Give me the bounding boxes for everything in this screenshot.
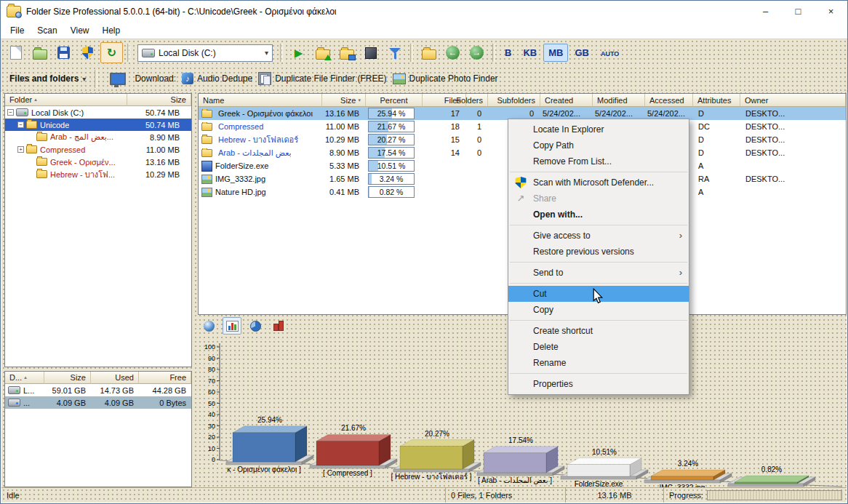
col-header-size[interactable]: Size▾ (322, 94, 366, 107)
duplicate-file-icon (258, 72, 271, 85)
start-scan-button[interactable]: ▶ (287, 42, 310, 63)
admin-button[interactable] (76, 42, 99, 63)
menu-help[interactable]: Help (96, 24, 127, 37)
sphere-chart-view-button[interactable] (199, 317, 218, 335)
menu-separator (510, 225, 687, 225)
percent-value: 17.54 % (369, 148, 414, 158)
file-attributes: RA (693, 175, 740, 183)
menu-item-restore-previous-versions[interactable]: Restore previous versions (508, 244, 689, 260)
view-mode-dropdown[interactable]: Files and folders ▾ (9, 73, 86, 84)
menu-item-delete[interactable]: Delete (508, 339, 689, 355)
back-button[interactable]: ← (441, 42, 464, 63)
new-button[interactable] (4, 42, 27, 63)
scan-network-button[interactable] (335, 42, 358, 63)
drive-row[interactable]: ... 4.09 GB 4.09 GB 0 Bytes (5, 396, 191, 409)
col-header-folders[interactable]: Folders (466, 94, 488, 107)
tree-item-label: Local Disk (C:) (31, 108, 84, 117)
minimize-button[interactable]: – (749, 1, 782, 23)
drives-header-drive[interactable]: D... ▴ (5, 372, 44, 384)
menu-item-copy[interactable]: Copy (508, 302, 689, 318)
open-button[interactable] (28, 42, 51, 63)
menu-view[interactable]: View (64, 24, 96, 37)
col-header-name[interactable]: Name (199, 94, 322, 107)
unit-mb-button[interactable]: MB (543, 44, 568, 62)
tree-item-hebrew[interactable]: Hebrew - บางโฟ... 10.29 MB (5, 168, 191, 180)
unit-auto-button[interactable]: AUTO (596, 44, 624, 61)
unit-gb-button[interactable]: GB (569, 44, 594, 62)
collapse-icon[interactable]: − (7, 109, 14, 116)
col-header-created[interactable]: Created (540, 94, 593, 107)
scan-folder-button[interactable] (311, 42, 334, 63)
bar3d-chart-view-button[interactable] (269, 317, 288, 335)
svg-text:40: 40 (208, 411, 215, 418)
sort-asc-icon: ▴ (34, 97, 37, 103)
menu-item-remove-from-list[interactable]: Remove From List... (508, 153, 689, 169)
refresh-button[interactable]: ↻ (100, 42, 123, 63)
scan-computer-button[interactable] (106, 68, 129, 89)
duplicate-photo-finder-link[interactable]: Duplicate Photo Finder (393, 73, 498, 84)
file-name: Nature HD.jpg (215, 188, 266, 196)
svg-text:[ Compressed ]: [ Compressed ] (323, 469, 372, 477)
stop-button[interactable] (359, 42, 382, 63)
col-header-accessed[interactable]: Accessed (645, 94, 693, 107)
close-button[interactable]: × (815, 1, 847, 23)
duplicate-file-finder-link[interactable]: Duplicate File Finder (FREE) (258, 72, 386, 85)
menu-item-copy-path[interactable]: Copy Path (508, 137, 689, 153)
unit-kb-button[interactable]: KB (518, 44, 542, 62)
folder-tree-panel: Folder ▴ Size − Local Disk (C:) 50.74 MB… (4, 93, 192, 367)
file-attributes: D (693, 135, 740, 144)
drive-select[interactable]: Local Disk (C:) ▾ (137, 44, 273, 62)
file-subfolders: 0 (488, 109, 540, 118)
tree-header-size[interactable]: Size (127, 94, 191, 106)
col-header-subfolders[interactable]: Subfolders (488, 94, 540, 107)
svg-text:25.94%: 25.94% (257, 416, 282, 424)
audio-dedupe-link[interactable]: ♪ Audio Dedupe (182, 73, 252, 84)
drive-row[interactable]: L... 59.01 GB 14.73 GB 44.28 GB (5, 384, 191, 396)
menu-item-create-shortcut[interactable]: Create shortcut (508, 323, 689, 339)
menu-item-locate-in-explorer[interactable]: Locate In Explorer (508, 121, 689, 137)
view-mode-label: Files and folders (9, 73, 79, 84)
parent-folder-button[interactable] (417, 42, 440, 63)
drives-header-used[interactable]: Used (91, 372, 139, 384)
col-header-percent[interactable]: Percent (366, 94, 423, 107)
tree-item-local-disk[interactable]: − Local Disk (C:) 50.74 MB (5, 106, 191, 119)
percent-bar: 10.51 % (368, 160, 415, 172)
menu-item-scan-with-defender[interactable]: Scan with Microsoft Defender... (508, 175, 689, 191)
tree-item-compressed[interactable]: + Compressed 11.00 MB (5, 143, 191, 156)
menu-file[interactable]: File (4, 24, 31, 37)
maximize-button[interactable]: □ (782, 1, 815, 23)
file-files: 15 (423, 135, 466, 144)
tree-header-folder[interactable]: Folder ▴ (5, 94, 127, 106)
progress-bar (707, 490, 842, 500)
menu-item-rename[interactable]: Rename (508, 355, 689, 371)
col-header-accessed-label: Accessed (649, 96, 684, 105)
forward-button[interactable]: → (465, 42, 488, 63)
filter-button[interactable] (383, 42, 406, 63)
file-size: 0.41 MB (322, 188, 366, 196)
tree-item-greek[interactable]: Greek - Ορισμέν... 13.16 MB (5, 156, 191, 168)
drives-header-free[interactable]: Free (139, 372, 191, 384)
menu-item-open-with[interactable]: Open with... (508, 207, 689, 223)
menu-scan[interactable]: Scan (31, 24, 63, 37)
tree-item-unicode[interactable]: − Unicode 50.74 MB (5, 119, 191, 131)
col-header-attributes[interactable]: Attributes (693, 94, 740, 107)
drive-used: 4.09 GB (91, 399, 139, 407)
col-header-modified[interactable]: Modified (593, 94, 645, 107)
col-header-owner[interactable]: Owner (740, 94, 846, 107)
expand-icon[interactable]: + (17, 146, 24, 153)
pie-chart-view-button[interactable] (246, 317, 265, 335)
folder-icon (201, 123, 212, 131)
tree-item-arab[interactable]: Arab - بعض المج... 8.90 MB (5, 131, 191, 143)
save-button[interactable] (52, 42, 75, 63)
menu-item-share[interactable]: ↗Share (508, 191, 689, 207)
drives-header-size[interactable]: Size (44, 372, 91, 384)
menu-item-send-to[interactable]: Send to› (508, 265, 689, 281)
main-toolbar: ↻ Local Disk (C:) ▾ ▶ ← → B KB MB GB AUT… (1, 39, 847, 66)
unit-bytes-button[interactable]: B (500, 44, 516, 62)
collapse-icon[interactable]: − (17, 121, 24, 128)
sphere-chart-icon (204, 321, 215, 332)
filter-funnel-icon (388, 47, 401, 60)
menu-item-give-access-to[interactable]: Give access to› (508, 228, 689, 244)
menu-item-properties[interactable]: Properties (508, 376, 689, 392)
bar-chart-view-button[interactable] (223, 317, 241, 335)
